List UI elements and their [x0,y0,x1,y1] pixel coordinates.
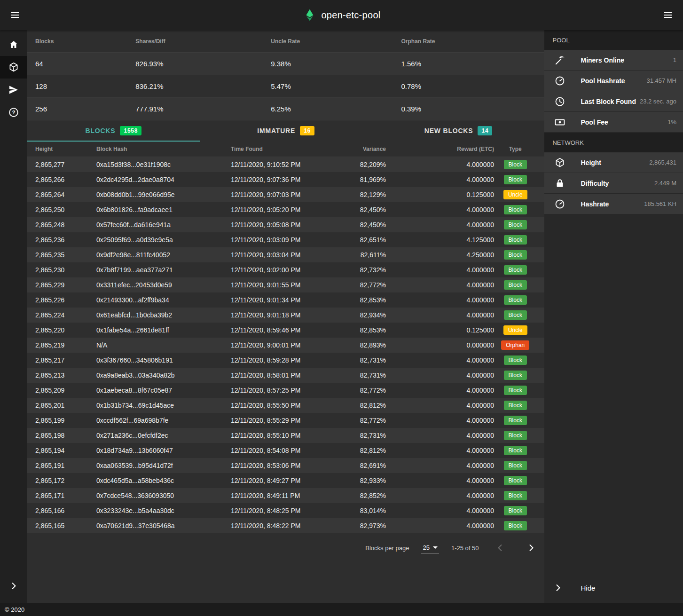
stat-value: 2.449 M [654,180,676,187]
nav-item-payments[interactable] [0,79,27,101]
stats-blocks-value: 128 [35,82,135,90]
pool-section-title: POOL [544,30,683,50]
nav-item-home[interactable] [0,33,27,56]
block-reward: 4.000000 [386,296,494,304]
block-height: 2,865,166 [35,507,96,514]
block-height: 2,865,199 [35,417,96,424]
main-filler [27,562,544,603]
block-time-found: 12/11/2020, 8:49:11 PM [231,492,330,499]
nav-item-help[interactable]: ? [0,101,27,124]
block-variance: 82,973% [330,522,386,529]
block-time-found: 12/11/2020, 8:55:50 PM [231,402,330,409]
app-title: open-etc-pool [321,10,380,21]
block-row: 2,865,217 0x3f367660...345806b191 12/11/… [27,353,544,368]
speedometer-icon [554,198,565,210]
block-variance: 82,209% [330,161,386,168]
stats-col-orphan-rate: Orphan Rate [401,38,537,45]
type-chip: Block [504,205,527,214]
block-height: 2,865,248 [35,221,96,229]
stats-shares-value: 836.21% [135,82,271,90]
block-type-cell: Block [494,371,536,380]
type-chip: Block [504,310,527,320]
stats-orphan-value: 0.78% [401,82,537,90]
stat-label: Difficulty [581,180,651,187]
nav-item-blocks[interactable] [0,56,27,79]
footer: © 2020 [0,603,683,616]
block-hash: 0xaa063539...b95d41d72f [96,462,231,469]
block-variance: 81,969% [330,176,386,183]
block-row: 2,865,198 0x271a236c...0efcfdf2ec 12/11/… [27,428,544,443]
block-variance: 82,772% [330,281,386,289]
right-menu-button[interactable] [657,4,679,26]
block-reward: 0.125000 [386,326,494,334]
stats-orphan-value: 1.56% [401,60,537,68]
block-hash: N/A [96,341,231,349]
type-chip: Block [504,160,527,169]
block-type-cell: Uncle [494,325,536,335]
block-type-cell: Orphan [494,340,536,350]
per-page-value: 25 [423,544,429,551]
block-reward: 4.000000 [386,447,494,454]
cube-icon [554,157,565,168]
block-row: 2,865,220 0x1fabe54a...2661de81ff 12/11/… [27,323,544,338]
tab-blocks-badge: 1558 [120,126,141,135]
tab-immature[interactable]: IMMATURE 16 [200,120,372,142]
type-chip: Block [504,265,527,275]
tab-new-blocks[interactable]: NEW BLOCKS 14 [372,120,545,142]
block-type-cell: Block [494,386,536,395]
block-reward: 4.000000 [386,507,494,514]
block-reward: 4.000000 [386,387,494,394]
block-time-found: 12/11/2020, 9:02:00 PM [231,266,330,274]
stat-last-block-found: Last Block Found 23.2 sec. ago [544,91,683,111]
block-variance: 82,611% [330,251,386,259]
tab-blocks[interactable]: BLOCKS 1558 [27,120,200,142]
block-hash: 0x1fabe54a...2661de81ff [96,326,231,334]
block-time-found: 12/11/2020, 8:49:27 PM [231,477,330,484]
block-reward: 4.000000 [386,266,494,274]
prev-page-button[interactable] [491,538,510,557]
per-page-label: Blocks per page [365,545,409,552]
block-reward: 4.250000 [386,251,494,259]
block-row: 2,865,172 0xdc465d5a...a58beb436c 12/11/… [27,473,544,488]
block-hash: 0xb08dd0b1...99e066d95e [96,191,231,198]
col-block-hash: Block Hash [96,146,231,152]
type-chip: Block [504,491,527,500]
stat-value: 185.561 KH [644,200,676,207]
type-chip: Block [504,401,527,410]
block-type-cell: Block [494,491,536,500]
block-row: 2,865,224 0x61eabfcd...1b0cba39b2 12/11/… [27,308,544,323]
stat-value: 2,865,431 [649,159,676,166]
block-type-cell: Block [494,521,536,530]
block-row: 2,865,191 0xaa063539...b95d41d72f 12/11/… [27,458,544,473]
block-hash: 0x6b801826...fa9adcaee1 [96,206,231,213]
block-reward: 4.000000 [386,371,494,379]
block-variance: 82,853% [330,326,386,334]
left-menu-button[interactable] [4,4,26,26]
block-hash: 0x18d734a9...13b6060f47 [96,447,231,454]
stats-uncle-value: 6.25% [271,105,401,113]
nav-collapse-button[interactable] [0,575,27,597]
block-time-found: 12/11/2020, 9:07:36 PM [231,176,330,183]
sidebar-hide-button[interactable]: Hide [544,573,683,603]
send-icon [8,84,19,95]
caret-down-icon [433,546,438,549]
type-chip: Block [504,386,527,395]
stats-table: Blocks Shares/Diff Uncle Rate Orphan Rat… [27,30,544,120]
block-type-cell: Block [494,295,536,305]
block-row: 2,865,201 0x1b31b734...69c1d45ace 12/11/… [27,398,544,413]
type-chip: Block [504,446,527,455]
stat-label: Miners Online [581,56,669,64]
block-height: 2,865,194 [35,447,96,454]
block-variance: 82,812% [330,402,386,409]
block-height: 2,865,226 [35,296,96,304]
block-time-found: 12/11/2020, 9:00:01 PM [231,341,330,349]
block-variance: 82,129% [330,191,386,198]
speedometer-icon [554,75,565,87]
app-bar: open-etc-pool [0,0,683,30]
menu-icon [9,9,21,21]
block-height: 2,865,250 [35,206,96,213]
block-time-found: 12/11/2020, 9:01:55 PM [231,281,330,289]
block-row: 2,865,235 0x9df2e98e...811fc40052 12/11/… [27,247,544,262]
next-page-button[interactable] [522,538,541,557]
per-page-select[interactable]: 25 [421,542,439,553]
